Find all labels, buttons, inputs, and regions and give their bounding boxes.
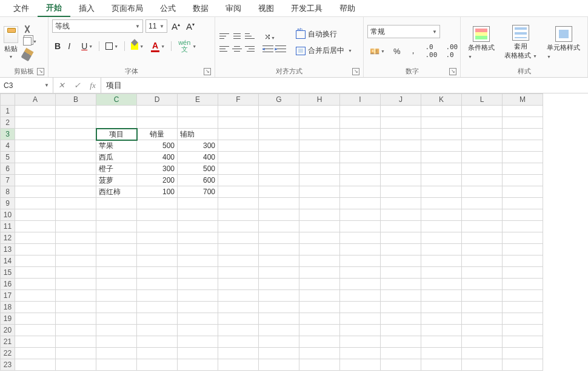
cell-I13[interactable]: [340, 244, 381, 255]
cell-C22[interactable]: [96, 348, 137, 359]
cell-G19[interactable]: [259, 313, 299, 325]
cell-K15[interactable]: [421, 267, 462, 279]
row-head-20[interactable]: 20: [1, 325, 15, 336]
cell-D1[interactable]: [137, 106, 178, 117]
cell-L15[interactable]: [462, 267, 503, 279]
cell-I9[interactable]: [340, 198, 381, 209]
cell-C12[interactable]: [96, 232, 137, 244]
cell-K6[interactable]: [421, 163, 462, 175]
cell-L22[interactable]: [462, 348, 503, 359]
cell-F5[interactable]: [218, 152, 259, 163]
cell-L6[interactable]: [462, 163, 503, 175]
merge-center-button[interactable]: 合并后居中▼: [293, 44, 355, 57]
menu-help[interactable]: 帮助: [331, 1, 364, 16]
cell-J17[interactable]: [381, 290, 421, 302]
cell-C1[interactable]: [96, 106, 137, 117]
cell-J13[interactable]: [381, 244, 421, 255]
paste-dropdown[interactable]: ▼: [9, 55, 13, 59]
cell-I20[interactable]: [340, 325, 381, 336]
cell-M19[interactable]: [503, 313, 543, 325]
cell-B22[interactable]: [56, 348, 96, 359]
cell-J18[interactable]: [381, 302, 421, 313]
row-head-7[interactable]: 7: [1, 175, 15, 186]
select-all-corner[interactable]: [1, 94, 15, 106]
col-head-I[interactable]: I: [340, 94, 381, 106]
cell-B16[interactable]: [56, 279, 96, 290]
cell-L5[interactable]: [462, 152, 503, 163]
cell-J16[interactable]: [381, 279, 421, 290]
menu-review[interactable]: 审阅: [217, 1, 250, 16]
cell-L14[interactable]: [462, 255, 503, 267]
cell-M10[interactable]: [503, 209, 543, 221]
cell-J14[interactable]: [381, 255, 421, 267]
col-head-E[interactable]: E: [178, 94, 218, 106]
cell-M16[interactable]: [503, 279, 543, 290]
row-head-12[interactable]: 12: [1, 232, 15, 244]
cell-E6[interactable]: 500: [178, 163, 218, 175]
cell-H12[interactable]: [299, 232, 340, 244]
align-right-button[interactable]: [244, 45, 255, 53]
cell-D19[interactable]: [137, 313, 178, 325]
cell-E17[interactable]: [178, 290, 218, 302]
cell-E19[interactable]: [178, 313, 218, 325]
cell-C15[interactable]: [96, 267, 137, 279]
cell-C7[interactable]: 菠萝: [96, 175, 137, 186]
cell-B18[interactable]: [56, 302, 96, 313]
cell-G9[interactable]: [259, 198, 299, 209]
cell-K18[interactable]: [421, 302, 462, 313]
cell-H5[interactable]: [299, 152, 340, 163]
cell-L12[interactable]: [462, 232, 503, 244]
cell-B7[interactable]: [56, 175, 96, 186]
cell-M21[interactable]: [503, 336, 543, 348]
cell-A15[interactable]: [15, 267, 56, 279]
cell-J5[interactable]: [381, 152, 421, 163]
cell-D10[interactable]: [137, 209, 178, 221]
number-format-combo[interactable]: 常规▼: [367, 25, 440, 38]
cell-C5[interactable]: 西瓜: [96, 152, 137, 163]
col-head-F[interactable]: F: [218, 94, 259, 106]
cell-I23[interactable]: [340, 359, 381, 371]
cell-K12[interactable]: [421, 232, 462, 244]
cell-H7[interactable]: [299, 175, 340, 186]
cell-I17[interactable]: [340, 290, 381, 302]
row-head-2[interactable]: 2: [1, 117, 15, 129]
cell-A22[interactable]: [15, 348, 56, 359]
cell-E5[interactable]: 400: [178, 152, 218, 163]
cell-J10[interactable]: [381, 209, 421, 221]
cell-K19[interactable]: [421, 313, 462, 325]
cell-A6[interactable]: [15, 163, 56, 175]
cell-A16[interactable]: [15, 279, 56, 290]
cell-A17[interactable]: [15, 290, 56, 302]
cell-E3[interactable]: 辅助: [178, 129, 218, 140]
cell-I1[interactable]: [340, 106, 381, 117]
percent-button[interactable]: %: [391, 46, 403, 57]
font-size-combo[interactable]: 11▼: [145, 19, 167, 33]
cell-D20[interactable]: [137, 325, 178, 336]
menu-view[interactable]: 视图: [250, 1, 282, 16]
cell-L1[interactable]: [462, 106, 503, 117]
cell-B3[interactable]: [56, 129, 96, 140]
menu-formulas[interactable]: 公式: [152, 1, 184, 16]
cell-J23[interactable]: [381, 359, 421, 371]
fill-color-button[interactable]: ▼: [129, 41, 146, 51]
cell-L17[interactable]: [462, 290, 503, 302]
cell-H21[interactable]: [299, 336, 340, 348]
cell-B2[interactable]: [56, 117, 96, 129]
cell-F4[interactable]: [218, 140, 259, 152]
row-head-13[interactable]: 13: [1, 244, 15, 255]
decrease-font-button[interactable]: A▾: [184, 21, 196, 32]
cell-I3[interactable]: [340, 129, 381, 140]
row-head-17[interactable]: 17: [1, 290, 15, 302]
cell-K17[interactable]: [421, 290, 462, 302]
cell-E18[interactable]: [178, 302, 218, 313]
cell-J7[interactable]: [381, 175, 421, 186]
cell-I18[interactable]: [340, 302, 381, 313]
cell-K21[interactable]: [421, 336, 462, 348]
row-head-5[interactable]: 5: [1, 152, 15, 163]
cell-G13[interactable]: [259, 244, 299, 255]
cell-M13[interactable]: [503, 244, 543, 255]
cell-B9[interactable]: [56, 198, 96, 209]
cell-D3[interactable]: 销量: [137, 129, 178, 140]
cell-C9[interactable]: [96, 198, 137, 209]
cell-I4[interactable]: [340, 140, 381, 152]
